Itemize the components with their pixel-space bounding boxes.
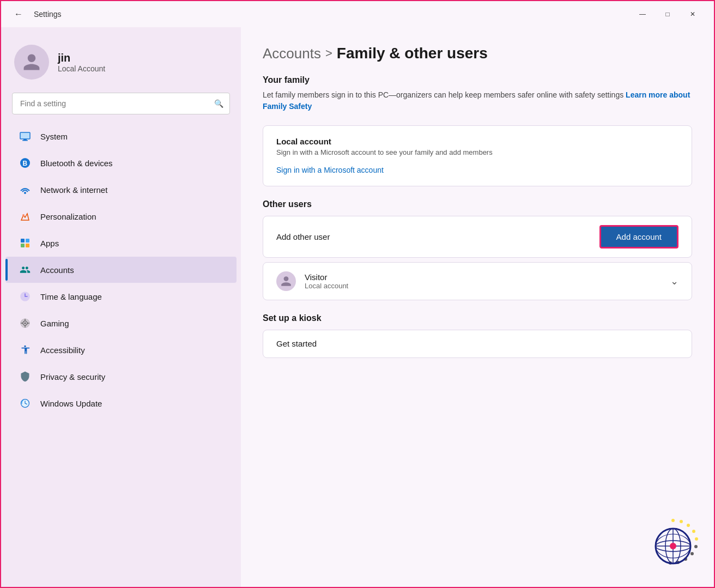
user-name: jin — [58, 52, 105, 64]
svg-point-24 — [692, 530, 695, 533]
sidebar-item-bluetooth-label: Bluetooth & devices — [40, 159, 113, 168]
your-family-desc: Let family members sign in to this PC—or… — [263, 89, 692, 112]
svg-rect-8 — [26, 239, 29, 243]
svg-rect-1 — [23, 139, 27, 140]
local-account-card-title: Local account — [276, 137, 678, 146]
visitor-info: Visitor Local account — [305, 272, 662, 290]
sidebar-item-apps-label: Apps — [40, 239, 59, 248]
visitor-avatar — [276, 271, 296, 291]
search-box: 🔍 — [12, 93, 230, 114]
sidebar-nav: System B Bluetooth & devices — [1, 123, 241, 416]
sidebar-item-system[interactable]: System — [5, 123, 237, 149]
svg-point-27 — [690, 552, 694, 555]
kiosk-get-started-label: Get started — [276, 339, 317, 348]
svg-point-37 — [670, 543, 676, 549]
sidebar-item-accounts[interactable]: Accounts — [5, 257, 237, 283]
sidebar-item-gaming[interactable]: Gaming — [5, 310, 237, 336]
sidebar-item-privacy-label: Privacy & security — [40, 372, 105, 381]
update-icon — [19, 397, 32, 410]
sidebar-item-accounts-label: Accounts — [40, 265, 74, 275]
sidebar-item-update-label: Windows Update — [40, 399, 102, 408]
search-icon: 🔍 — [214, 99, 223, 108]
avatar — [14, 45, 49, 80]
sign-in-microsoft-link[interactable]: Sign in with a Microsoft account — [276, 166, 384, 174]
svg-point-6 — [22, 214, 25, 216]
svg-rect-10 — [26, 244, 29, 247]
gaming-icon — [19, 317, 32, 330]
back-button[interactable]: ← — [10, 5, 27, 23]
visitor-name: Visitor — [305, 272, 662, 282]
add-user-card: Add other user Add account — [263, 216, 692, 258]
visitor-user-card[interactable]: Visitor Local account ⌄ — [263, 262, 692, 300]
sidebar: jin Local Account 🔍 — [1, 27, 241, 587]
local-account-card: Local account Sign in with a Microsoft a… — [263, 125, 692, 186]
time-icon — [19, 290, 32, 303]
globe-decoration — [643, 516, 703, 576]
accessibility-icon — [19, 343, 32, 356]
add-account-button[interactable]: Add account — [599, 225, 678, 248]
breadcrumb: Accounts > Family & other users — [263, 45, 692, 62]
breadcrumb-parent: Accounts — [263, 45, 321, 62]
your-family-title: Your family — [263, 75, 692, 85]
svg-text:B: B — [23, 160, 28, 167]
svg-rect-0 — [20, 132, 30, 139]
svg-point-19 — [24, 345, 26, 347]
svg-rect-7 — [21, 239, 25, 243]
user-avatar-icon — [22, 52, 41, 72]
apps-icon — [19, 237, 32, 250]
maximize-button[interactable]: □ — [655, 5, 680, 23]
main-content: Accounts > Family & other users Your fam… — [241, 27, 714, 587]
kiosk-section: Set up a kiosk Get started — [263, 313, 692, 358]
minimize-button[interactable]: — — [630, 5, 655, 23]
sidebar-item-time-label: Time & language — [40, 292, 102, 301]
user-account-type: Local Account — [58, 64, 105, 73]
sidebar-item-bluetooth[interactable]: B Bluetooth & devices — [5, 150, 237, 176]
visitor-chevron-icon: ⌄ — [670, 275, 678, 287]
visitor-type: Local account — [305, 282, 662, 290]
close-button[interactable]: ✕ — [680, 5, 705, 23]
sidebar-item-personalization[interactable]: Personalization — [5, 203, 237, 229]
sidebar-item-personalization-label: Personalization — [40, 212, 96, 221]
privacy-icon — [19, 370, 32, 383]
accounts-icon — [19, 263, 32, 276]
svg-point-5 — [24, 192, 26, 194]
local-account-card-desc: Sign in with a Microsoft account to see … — [276, 148, 678, 156]
network-icon — [19, 183, 32, 196]
sidebar-item-time[interactable]: Time & language — [5, 283, 237, 310]
svg-point-21 — [671, 519, 675, 522]
sidebar-item-update[interactable]: Windows Update — [5, 390, 237, 416]
sidebar-item-network-label: Network & internet — [40, 185, 107, 195]
user-profile: jin Local Account — [1, 36, 241, 93]
sidebar-item-apps[interactable]: Apps — [5, 230, 237, 256]
system-icon — [19, 130, 32, 143]
title-bar: ← Settings — □ ✕ — [1, 1, 714, 27]
personalization-icon — [19, 210, 32, 223]
breadcrumb-current: Family & other users — [337, 45, 488, 62]
window-title: Settings — [34, 10, 62, 19]
other-users-title: Other users — [263, 199, 692, 209]
sidebar-item-accessibility[interactable]: Accessibility — [5, 337, 237, 363]
add-user-label: Add other user — [276, 232, 330, 241]
kiosk-title: Set up a kiosk — [263, 313, 692, 323]
your-family-section: Your family Let family members sign in t… — [263, 75, 692, 186]
sidebar-item-privacy[interactable]: Privacy & security — [5, 363, 237, 390]
svg-point-26 — [694, 545, 698, 548]
settings-window: ← Settings — □ ✕ jin Local Account — [0, 0, 715, 588]
svg-point-25 — [695, 537, 698, 541]
sidebar-item-system-label: System — [40, 132, 68, 141]
sidebar-item-accessibility-label: Accessibility — [40, 345, 85, 355]
search-input[interactable] — [12, 93, 230, 114]
svg-rect-2 — [22, 140, 28, 141]
visitor-avatar-icon — [280, 275, 292, 287]
sidebar-item-network[interactable]: Network & internet — [5, 177, 237, 203]
breadcrumb-separator: > — [325, 46, 332, 60]
kiosk-card[interactable]: Get started — [263, 330, 692, 358]
svg-point-22 — [680, 520, 683, 523]
sidebar-item-gaming-label: Gaming — [40, 319, 69, 328]
other-users-section: Other users Add other user Add account V… — [263, 199, 692, 300]
bluetooth-icon: B — [19, 156, 32, 169]
svg-rect-9 — [21, 244, 25, 247]
svg-point-14 — [25, 323, 26, 324]
svg-point-23 — [687, 524, 690, 527]
